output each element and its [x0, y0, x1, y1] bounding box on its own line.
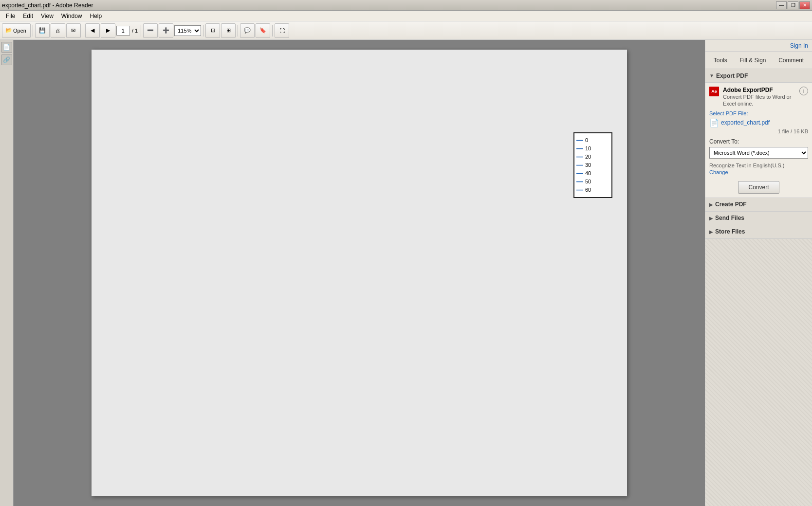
tools-tab[interactable]: Tools — [710, 55, 731, 66]
right-panel: Sign In Tools Fill & Sign Comment ▼ Expo… — [705, 40, 812, 506]
convert-button[interactable]: Convert — [738, 181, 779, 194]
zoom-select[interactable]: 50% 75% 100% 115% 125% 150% 200% — [174, 25, 201, 36]
restore-button[interactable]: ❐ — [788, 1, 798, 9]
comment-tab[interactable]: Comment — [775, 55, 808, 66]
chart-row-4: —40 — [576, 169, 609, 177]
toolbar-separator-2 — [83, 25, 83, 36]
fill-sign-tab[interactable]: Fill & Sign — [736, 55, 770, 66]
chart-label-1: 10 — [585, 145, 591, 151]
export-service-info: Adobe ExportPDF Convert PDF files to Wor… — [723, 87, 799, 108]
pdf-file-size: 1 file / 16 KB — [709, 128, 808, 134]
toolbar-separator-6 — [272, 25, 273, 36]
select-pdf-label[interactable]: Select PDF File: — [709, 110, 808, 116]
toolbar-separator-3 — [141, 25, 141, 36]
close-button[interactable]: ✕ — [799, 1, 810, 9]
convert-to-select[interactable]: Microsoft Word (*.docx) Microsoft Excel … — [709, 147, 808, 159]
fit-width-button[interactable]: ⊞ — [221, 23, 236, 38]
fullscreen-button[interactable]: ⛶ — [275, 23, 289, 38]
menu-file[interactable]: File — [2, 12, 19, 20]
send-files-label: Send Files — [715, 215, 744, 221]
chart-dash-3: — — [576, 162, 583, 168]
chart-row-5: —50 — [576, 178, 609, 185]
sidebar-pages-icon[interactable]: 📄 — [1, 42, 12, 53]
titlebar-title: exported_chart.pdf - Adobe Reader — [2, 2, 93, 9]
pdf-file-name[interactable]: exported_chart.pdf — [721, 119, 770, 126]
next-page-button[interactable]: ▶ — [101, 23, 115, 38]
export-pdf-content: Ae Adobe ExportPDF Convert PDF files to … — [705, 83, 812, 198]
sidebar-bookmarks-icon[interactable]: 🔗 — [1, 54, 12, 65]
email-icon: ✉ — [71, 27, 75, 34]
toolbar-separator-1 — [33, 25, 33, 36]
chart-dash-5: — — [576, 178, 583, 185]
toolbar-separator-4 — [203, 25, 203, 36]
stamp-button[interactable]: 🔖 — [256, 23, 270, 38]
comment-button[interactable]: 💬 — [240, 23, 255, 38]
menubar: File Edit View Window Help — [0, 11, 812, 21]
store-files-section[interactable]: ▶ Store Files — [705, 225, 812, 239]
create-pdf-arrow: ▶ — [709, 202, 713, 207]
chart-dash-4: — — [576, 170, 583, 177]
chart-label-0: 0 — [585, 137, 588, 143]
right-panel-bottom — [705, 239, 812, 506]
export-service-desc: Convert PDF files to Word or Excel onlin… — [723, 93, 799, 108]
minimize-button[interactable]: — — [776, 1, 787, 9]
chart-row-1: —10 — [576, 145, 609, 152]
store-files-arrow: ▶ — [709, 229, 713, 235]
create-pdf-label: Create PDF — [715, 201, 747, 208]
sign-in-link[interactable]: Sign In — [790, 42, 808, 49]
menu-window[interactable]: Window — [57, 12, 86, 20]
export-pdf-label: Export PDF — [716, 72, 748, 79]
pdf-file-row: 📄 exported_chart.pdf — [709, 118, 808, 127]
chart-row-3: —30 — [576, 161, 609, 169]
store-files-label: Store Files — [715, 228, 745, 235]
prev-page-button[interactable]: ◀ — [85, 23, 100, 38]
menu-help[interactable]: Help — [86, 12, 106, 20]
send-files-section[interactable]: ▶ Send Files — [705, 212, 812, 225]
sign-in-bar: Sign In — [705, 40, 812, 52]
pdf-page: —0—10—20—30—40—50—60 — [92, 50, 627, 496]
create-pdf-section[interactable]: ▶ Create PDF — [705, 198, 812, 212]
adobe-export-icon: Ae — [709, 87, 719, 96]
chart-label-6: 60 — [585, 187, 591, 193]
pdf-file-icon: 📄 — [709, 118, 719, 127]
chart-row-0: —0 — [576, 136, 609, 144]
chart-label-5: 50 — [585, 179, 591, 184]
pdf-viewer[interactable]: —0—10—20—30—40—50—60 — [14, 40, 705, 506]
chart-label-2: 20 — [585, 154, 591, 160]
print-icon: 🖨 — [55, 28, 60, 34]
print-button[interactable]: 🖨 — [51, 23, 65, 38]
recognize-text: Recognize Text in English(U.S.) — [709, 163, 808, 168]
open-button[interactable]: 📂 Open — [2, 23, 31, 38]
convert-to-label: Convert To: — [709, 138, 808, 145]
fit-page-button[interactable]: ⊡ — [205, 23, 220, 38]
export-info-icon[interactable]: i — [799, 87, 808, 95]
export-pdf-section: ▼ Export PDF Ae Adobe ExportPDF Convert … — [705, 69, 812, 198]
left-sidebar: 📄 🔗 — [0, 40, 14, 506]
chart-row-2: —20 — [576, 153, 609, 161]
chart-label-3: 30 — [585, 162, 591, 168]
export-pdf-arrow: ▼ — [709, 73, 714, 78]
open-label: Open — [12, 28, 27, 34]
export-service-name: Adobe ExportPDF — [723, 87, 799, 93]
save-icon: 💾 — [39, 27, 46, 34]
zoom-out-button[interactable]: ➖ — [143, 23, 158, 38]
zoom-in-button[interactable]: ➕ — [159, 23, 173, 38]
change-link[interactable]: Change — [709, 169, 808, 175]
menu-edit[interactable]: Edit — [19, 12, 37, 20]
main-area: 📄 🔗 —0—10—20—30—40—50—60 Sign In Tools F… — [0, 40, 812, 506]
menu-view[interactable]: View — [37, 12, 57, 20]
chart-row-6: —60 — [576, 186, 609, 194]
chart-dash-6: — — [576, 186, 583, 193]
export-service-row: Ae Adobe ExportPDF Convert PDF files to … — [709, 87, 808, 108]
chart-dash-1: — — [576, 145, 583, 152]
export-pdf-header[interactable]: ▼ Export PDF — [705, 69, 812, 83]
page-number-input[interactable] — [116, 26, 130, 36]
chart-rows: —0—10—20—30—40—50—60 — [576, 136, 609, 194]
chart-dash-0: — — [576, 137, 583, 144]
toolbar: 📂 Open 💾 🖨 ✉ ◀ ▶ / 1 ➖ ➕ 50% 75% 100% 11… — [0, 21, 812, 40]
titlebar-controls: — ❐ ✕ — [776, 1, 810, 9]
chart-label-4: 40 — [585, 170, 591, 176]
email-button[interactable]: ✉ — [66, 23, 81, 38]
save-button[interactable]: 💾 — [35, 23, 50, 38]
toolbar-separator-5 — [238, 25, 238, 36]
